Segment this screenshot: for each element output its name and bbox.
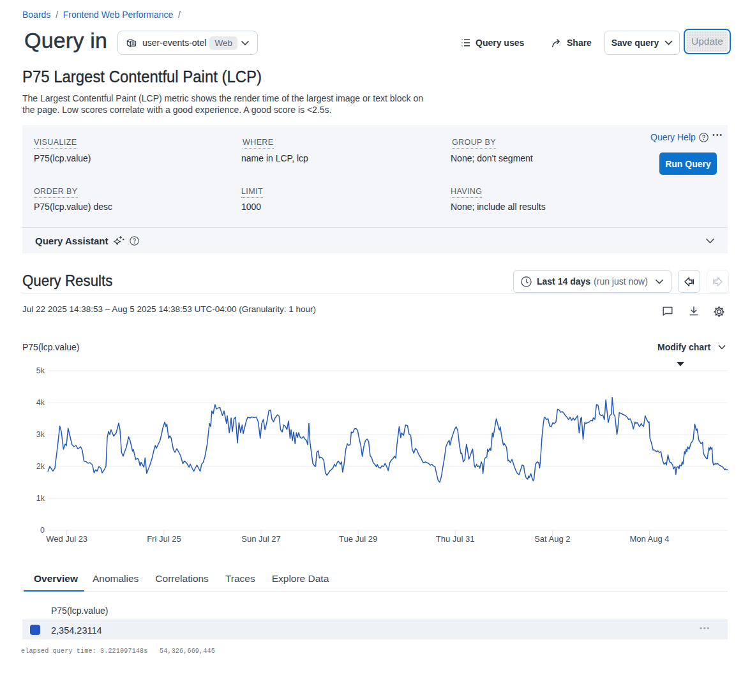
svg-text:2k: 2k [36, 462, 45, 471]
svg-text:Mon Aug 4: Mon Aug 4 [629, 534, 669, 544]
svg-text:Thu Jul 31: Thu Jul 31 [436, 534, 475, 544]
svg-text:Tue Jul 29: Tue Jul 29 [339, 534, 377, 544]
svg-text:4k: 4k [36, 398, 45, 407]
svg-text:5k: 5k [36, 366, 45, 375]
svg-text:3k: 3k [36, 430, 45, 439]
svg-text:1k: 1k [36, 494, 45, 503]
svg-text:0: 0 [40, 526, 45, 535]
svg-text:Wed Jul 23: Wed Jul 23 [46, 534, 87, 544]
svg-text:Sun Jul 27: Sun Jul 27 [241, 534, 280, 544]
svg-text:Fri Jul 25: Fri Jul 25 [147, 534, 181, 544]
svg-text:Sat Aug 2: Sat Aug 2 [534, 534, 570, 544]
